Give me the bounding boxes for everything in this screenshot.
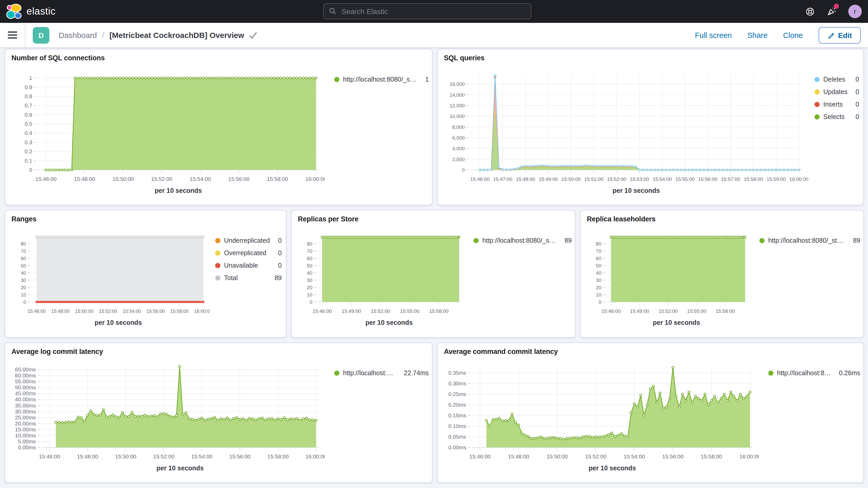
svg-text:16:00:00: 16:00:00 xyxy=(305,453,325,459)
breadcrumb-dashboard-link[interactable]: Dashboard xyxy=(59,31,97,39)
svg-text:15:49:00: 15:49:00 xyxy=(630,308,649,314)
svg-text:16:00:00: 16:00:00 xyxy=(739,453,759,459)
newsfeed-icon[interactable] xyxy=(827,6,837,17)
svg-text:15:46:00: 15:46:00 xyxy=(313,308,332,314)
legend-item[interactable]: Inserts0 xyxy=(814,99,859,110)
svg-text:15:46:00: 15:46:00 xyxy=(470,177,490,182)
share-button[interactable]: Share xyxy=(747,31,768,39)
svg-text:80: 80 xyxy=(21,241,26,247)
svg-text:0.15ms: 0.15ms xyxy=(448,413,466,418)
legend-item[interactable]: Underreplicated0 xyxy=(215,236,282,246)
help-icon[interactable] xyxy=(805,6,815,17)
chart-replicas-per-store[interactable]: 0102030405060708015:46:0015:49:0015:52:0… xyxy=(296,224,465,337)
svg-text:0.4: 0.4 xyxy=(25,130,32,136)
chart-sql-queries[interactable]: 02,0004,0006,0008,00010,00012,00014,0001… xyxy=(442,63,808,204)
chart-number-of-sql-connections[interactable]: 00.10.20.30.40.50.60.70.80.9115:46:0015:… xyxy=(9,63,325,204)
svg-text:per 10 seconds: per 10 seconds xyxy=(155,187,202,194)
legend-dot xyxy=(768,370,773,376)
legend: http://localhost:8080...0.26ms xyxy=(759,357,860,482)
menu-icon[interactable] xyxy=(0,23,26,47)
svg-text:15:48:00: 15:48:00 xyxy=(516,177,535,182)
full-screen-button[interactable]: Full screen xyxy=(695,31,732,39)
svg-text:15:48:00: 15:48:00 xyxy=(74,176,95,182)
panel-ranges: Ranges 0102030405060708015:46:0015:48:00… xyxy=(5,210,286,338)
legend-item[interactable]: http://localhost:8080/_sta...89 xyxy=(760,236,860,246)
chart-ranges[interactable]: 0102030405060708015:46:0015:48:0015:50:0… xyxy=(9,224,210,337)
svg-text:15:54:00: 15:54:00 xyxy=(653,177,672,182)
svg-text:15:58:00: 15:58:00 xyxy=(429,308,448,314)
svg-text:30: 30 xyxy=(21,278,26,283)
edit-pencil-icon xyxy=(827,31,835,39)
svg-text:15:46:00: 15:46:00 xyxy=(39,453,60,459)
svg-text:15:48:00: 15:48:00 xyxy=(77,453,98,459)
legend-dot xyxy=(814,102,820,107)
svg-text:15:46:00: 15:46:00 xyxy=(28,309,46,314)
clone-button[interactable]: Clone xyxy=(783,31,803,39)
svg-text:35.00ms: 35.00ms xyxy=(15,402,36,408)
legend-item[interactable]: Selects0 xyxy=(814,112,859,122)
notification-badge xyxy=(834,4,839,9)
legend-item[interactable]: http://localhost:8080/_sta...89 xyxy=(473,236,572,246)
svg-text:0.6: 0.6 xyxy=(25,112,32,118)
svg-text:15:46:00: 15:46:00 xyxy=(469,453,491,459)
edit-button-label: Edit xyxy=(838,31,852,39)
search-input[interactable] xyxy=(340,6,525,16)
legend-item[interactable]: http://localhost:808...22.74ms xyxy=(334,368,429,378)
legend-dot xyxy=(814,77,820,82)
svg-text:per 10 seconds: per 10 seconds xyxy=(613,187,660,194)
legend-item[interactable]: Overreplicated0 xyxy=(215,248,282,258)
svg-text:15:48:00: 15:48:00 xyxy=(508,453,529,459)
chart-average-log-commit-latency[interactable]: 0.00ms5.00ms10.00ms15.00ms20.00ms25.00ms… xyxy=(9,357,325,482)
top-header-bar: elastic xyxy=(0,0,868,23)
breadcrumb: Dashboard / [Metricbeat CockroachDB] Ove… xyxy=(59,31,257,39)
legend-item[interactable]: Unavailable0 xyxy=(215,261,282,271)
panel-title: Average command commit latency xyxy=(438,343,863,357)
svg-text:15:52:00: 15:52:00 xyxy=(585,453,606,459)
legend-dot xyxy=(814,89,820,95)
panel-sql-queries: SQL queries 02,0004,0006,0008,00010,0001… xyxy=(437,49,864,205)
legend-label: Total xyxy=(224,274,238,282)
legend-dot xyxy=(215,250,220,256)
svg-text:10: 10 xyxy=(307,292,312,298)
panel-title: SQL queries xyxy=(438,49,863,63)
global-search-bar[interactable] xyxy=(323,3,531,19)
svg-text:15:49:00: 15:49:00 xyxy=(539,177,558,182)
svg-text:0.5: 0.5 xyxy=(25,121,32,127)
svg-text:15:55:00: 15:55:00 xyxy=(675,177,695,182)
legend-item[interactable]: http://localhost:8080/_stat...1 xyxy=(334,74,429,85)
chart-replica-leaseholders[interactable]: 0102030405060708015:46:0015:49:0015:52:0… xyxy=(585,224,751,337)
svg-text:50: 50 xyxy=(596,263,601,268)
legend-value: 0 xyxy=(851,101,859,108)
title-check-icon[interactable] xyxy=(249,32,257,38)
svg-text:40: 40 xyxy=(307,270,312,276)
svg-text:15:46:00: 15:46:00 xyxy=(601,308,621,314)
svg-text:0.1: 0.1 xyxy=(25,158,32,164)
page-title: [Metricbeat CockroachDB] Overview xyxy=(110,31,244,39)
svg-text:15:59:00: 15:59:00 xyxy=(767,177,786,182)
svg-text:15:51:00: 15:51:00 xyxy=(584,177,603,182)
elastic-brand[interactable]: elastic xyxy=(0,4,56,19)
svg-text:per 10 seconds: per 10 seconds xyxy=(589,464,636,471)
edit-button[interactable]: Edit xyxy=(818,27,861,43)
svg-text:0.00ms: 0.00ms xyxy=(448,444,466,450)
svg-text:6,000: 6,000 xyxy=(452,135,465,141)
legend-item[interactable]: Total89 xyxy=(215,273,282,283)
svg-text:65.00ms: 65.00ms xyxy=(15,366,36,372)
svg-text:15:58:00: 15:58:00 xyxy=(701,453,722,459)
svg-text:20: 20 xyxy=(596,285,601,290)
chart-average-command-commit-latency[interactable]: 0.00ms0.05ms0.10ms0.15ms0.20ms0.25ms0.30… xyxy=(442,357,759,482)
legend-dot xyxy=(215,238,220,243)
panel-replica-leaseholders: Replica leaseholders 0102030405060708015… xyxy=(580,210,864,338)
legend-label: http://localhost:8080/_sta... xyxy=(768,237,845,244)
svg-text:15:57:00: 15:57:00 xyxy=(721,177,740,182)
legend-item[interactable]: Updates0 xyxy=(814,87,859,97)
legend-item[interactable]: Deletes0 xyxy=(814,74,859,85)
svg-text:70: 70 xyxy=(307,248,312,254)
svg-text:0.7: 0.7 xyxy=(25,102,32,109)
user-avatar[interactable]: r xyxy=(848,5,862,18)
legend-item[interactable]: http://localhost:8080...0.26ms xyxy=(768,368,860,378)
svg-text:60: 60 xyxy=(307,256,312,261)
svg-text:70: 70 xyxy=(596,248,601,254)
svg-text:15:54:00: 15:54:00 xyxy=(624,453,645,459)
svg-text:16:00:00: 16:00:00 xyxy=(305,176,325,182)
